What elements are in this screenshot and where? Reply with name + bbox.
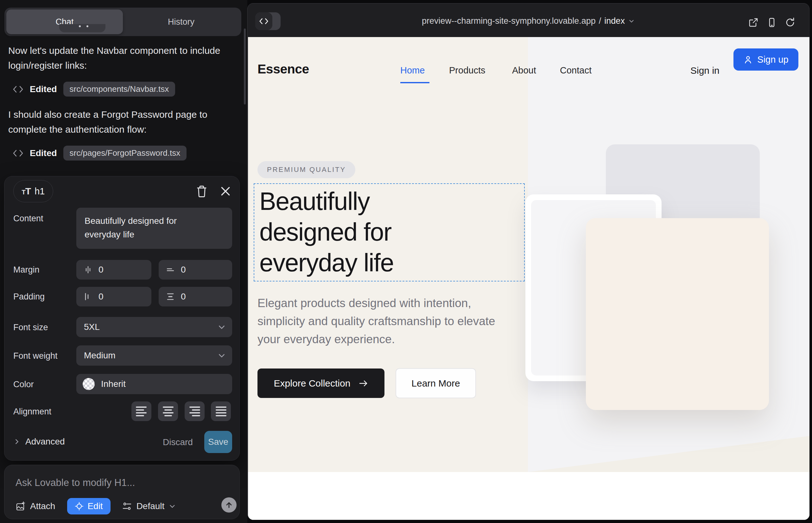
arrow-right-icon: [358, 379, 368, 388]
refresh-icon[interactable]: [785, 17, 795, 28]
hero-description: Elegant products designed with intention…: [258, 294, 511, 348]
chevron-down-icon: [217, 323, 226, 331]
signin-link[interactable]: Sign in: [690, 65, 720, 76]
nav-products[interactable]: Products: [449, 65, 485, 76]
hero-heading[interactable]: Beautifully designed for everyday life: [259, 186, 469, 278]
margin-label: Margin: [13, 265, 40, 275]
decorative-card-cream: [586, 218, 769, 410]
sidebar-scrollbar[interactable]: [244, 29, 246, 105]
content-input[interactable]: Beautifully designed for everyday life: [76, 208, 232, 249]
selected-element-chip[interactable]: TT h1: [13, 180, 53, 202]
attach-button[interactable]: Attach: [16, 501, 55, 511]
scrolled-chip-fragment: [59, 24, 105, 32]
edited-file-row[interactable]: Edited src/components/Navbar.tsx: [13, 82, 175, 96]
color-select[interactable]: Inherit: [76, 374, 232, 394]
alignment-label: Alignment: [13, 407, 51, 417]
next-section-background: [248, 472, 810, 520]
advanced-toggle[interactable]: Advanced: [13, 437, 65, 447]
margin-y-value: 0: [181, 265, 186, 275]
padding-label: Padding: [13, 292, 45, 302]
align-left-button[interactable]: [131, 401, 152, 421]
primary-cta-label: Explore Collection: [274, 378, 351, 389]
element-tag: h1: [35, 186, 45, 197]
user-icon: [743, 55, 753, 64]
send-button[interactable]: [222, 497, 236, 512]
margin-x-input[interactable]: 0: [76, 260, 152, 279]
padding-y-value: 0: [181, 292, 186, 302]
margin-x-value: 0: [99, 265, 104, 275]
attach-label: Attach: [30, 501, 55, 511]
content-label: Content: [13, 214, 43, 223]
font-size-label: Font size: [13, 323, 48, 332]
nav-home-underline: [400, 82, 429, 83]
align-justify-button[interactable]: [211, 401, 231, 421]
route-name: index: [604, 16, 625, 26]
target-icon: [75, 502, 84, 511]
explore-collection-button[interactable]: Explore Collection: [258, 368, 385, 398]
font-weight-select[interactable]: Medium: [76, 345, 232, 366]
align-center-button[interactable]: [158, 401, 178, 421]
element-selection-outline[interactable]: Beautifully designed for everyday life: [254, 183, 525, 282]
assistant-message: I should also create a Forgot Password p…: [8, 107, 235, 137]
color-label: Color: [13, 380, 34, 390]
element-editor-panel: TT h1 Content Beautifully designed for e…: [4, 176, 240, 461]
edited-file-row[interactable]: Edited src/pages/ForgotPassword.tsx: [13, 146, 187, 161]
margin-vertical-icon: [166, 265, 175, 274]
sidebar-tab-bar: Chat History: [4, 7, 241, 36]
padding-x-value: 0: [99, 292, 104, 302]
color-value: Inherit: [101, 379, 126, 389]
edit-label: Edit: [87, 501, 103, 511]
align-right-button[interactable]: [184, 401, 205, 421]
advanced-label: Advanced: [25, 437, 65, 447]
font-weight-value: Medium: [84, 350, 116, 361]
chevron-down-icon: [628, 18, 635, 25]
url-separator: /: [599, 16, 601, 26]
transparent-swatch-icon: [83, 378, 95, 390]
typography-icon: TT: [22, 186, 31, 197]
nav-contact[interactable]: Contact: [560, 65, 592, 76]
edited-label: Edited: [30, 148, 57, 158]
font-size-value: 5XL: [84, 322, 100, 332]
chevron-down-icon: [169, 503, 176, 510]
tab-history[interactable]: History: [123, 10, 240, 34]
chat-composer[interactable]: Ask Lovable to modify H1... Attach Edit …: [4, 465, 240, 519]
assistant-message: Now let's update the Navbar component to…: [8, 43, 235, 73]
padding-y-input[interactable]: 0: [159, 287, 232, 306]
composer-placeholder[interactable]: Ask Lovable to modify H1...: [16, 477, 135, 488]
attach-image-icon: [16, 501, 26, 511]
discard-button[interactable]: Discard: [163, 437, 193, 447]
edited-label: Edited: [30, 84, 57, 94]
sliders-icon: [122, 501, 132, 511]
close-panel-icon[interactable]: [220, 185, 231, 197]
mobile-view-icon[interactable]: [767, 17, 777, 28]
nav-home[interactable]: Home: [400, 65, 425, 76]
mode-selector[interactable]: Default: [122, 501, 176, 511]
preview-url: preview--charming-site-symphony.lovable.…: [422, 16, 596, 26]
hero-badge: PREMIUM QUALITY: [258, 161, 355, 178]
learn-more-button[interactable]: Learn More: [395, 368, 476, 398]
padding-x-input[interactable]: 0: [76, 287, 152, 306]
nav-about[interactable]: About: [512, 65, 536, 76]
chat-sidebar: Chat History Now let's update the Navbar…: [0, 0, 247, 523]
code-icon: [13, 85, 23, 93]
edit-mode-button[interactable]: Edit: [67, 498, 110, 515]
chevron-right-icon: [13, 438, 20, 445]
content-value: Beautifully designed for everyday life: [85, 214, 211, 241]
padding-horizontal-icon: [83, 292, 93, 301]
signup-label: Sign up: [757, 54, 788, 65]
open-external-icon[interactable]: [748, 17, 758, 28]
chevron-down-icon: [217, 351, 226, 360]
signup-button[interactable]: Sign up: [734, 49, 798, 71]
font-size-select[interactable]: 5XL: [76, 317, 232, 337]
arrow-up-icon: [225, 501, 233, 509]
preview-window: preview--charming-site-symphony.lovable.…: [247, 3, 810, 520]
save-button[interactable]: Save: [204, 431, 232, 453]
edited-file-chip[interactable]: src/components/Navbar.tsx: [63, 82, 175, 96]
url-bar[interactable]: preview--charming-site-symphony.lovable.…: [248, 16, 809, 26]
code-icon: [13, 149, 23, 157]
margin-y-input[interactable]: 0: [159, 260, 232, 279]
site-logo[interactable]: Essence: [258, 62, 309, 77]
margin-horizontal-icon: [83, 265, 93, 274]
delete-element-icon[interactable]: [196, 185, 208, 197]
edited-file-chip[interactable]: src/pages/ForgotPassword.tsx: [63, 146, 187, 161]
